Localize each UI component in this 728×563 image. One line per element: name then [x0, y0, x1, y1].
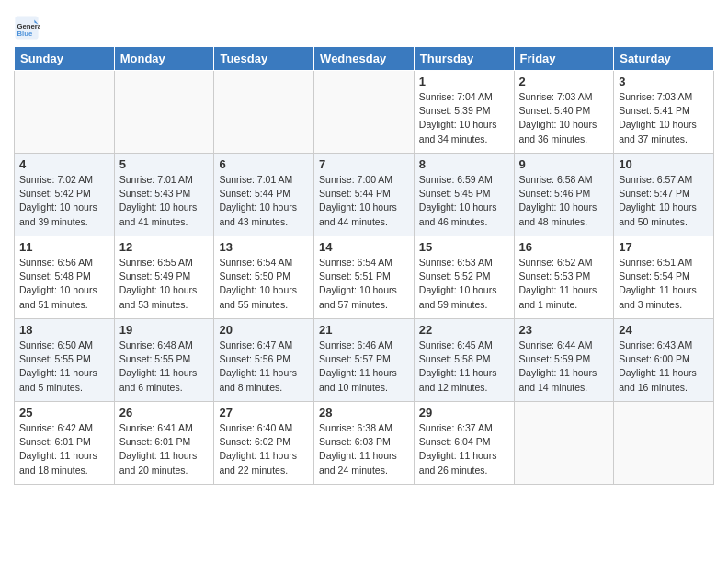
calendar-cell: 1Sunrise: 7:04 AM Sunset: 5:39 PM Daylig…: [414, 71, 514, 154]
calendar-cell: 19Sunrise: 6:48 AM Sunset: 5:55 PM Dayli…: [114, 319, 214, 402]
calendar-cell: 17Sunrise: 6:51 AM Sunset: 5:54 PM Dayli…: [614, 236, 714, 319]
day-info: Sunrise: 6:40 AM Sunset: 6:02 PM Dayligh…: [219, 421, 309, 477]
day-number: 22: [419, 323, 509, 337]
day-info: Sunrise: 6:54 AM Sunset: 5:50 PM Dayligh…: [219, 256, 309, 312]
calendar-cell: 27Sunrise: 6:40 AM Sunset: 6:02 PM Dayli…: [214, 402, 314, 485]
calendar-cell: 22Sunrise: 6:45 AM Sunset: 5:58 PM Dayli…: [414, 319, 514, 402]
calendar-cell: 16Sunrise: 6:52 AM Sunset: 5:53 PM Dayli…: [514, 236, 614, 319]
day-info: Sunrise: 7:03 AM Sunset: 5:40 PM Dayligh…: [519, 90, 609, 146]
calendar-week-row: 1Sunrise: 7:04 AM Sunset: 5:39 PM Daylig…: [15, 71, 714, 154]
calendar-cell: 20Sunrise: 6:47 AM Sunset: 5:56 PM Dayli…: [214, 319, 314, 402]
calendar-cell: [15, 71, 115, 154]
calendar-cell: 23Sunrise: 6:44 AM Sunset: 5:59 PM Dayli…: [514, 319, 614, 402]
day-number: 4: [19, 157, 109, 171]
day-info: Sunrise: 7:04 AM Sunset: 5:39 PM Dayligh…: [419, 90, 509, 146]
calendar-cell: 26Sunrise: 6:41 AM Sunset: 6:01 PM Dayli…: [114, 402, 214, 485]
calendar-cell: 24Sunrise: 6:43 AM Sunset: 6:00 PM Dayli…: [614, 319, 714, 402]
day-info: Sunrise: 6:44 AM Sunset: 5:59 PM Dayligh…: [519, 339, 609, 395]
calendar-table: SundayMondayTuesdayWednesdayThursdayFrid…: [14, 46, 714, 485]
day-number: 1: [419, 75, 509, 88]
day-info: Sunrise: 6:55 AM Sunset: 5:49 PM Dayligh…: [119, 256, 210, 312]
day-number: 23: [519, 323, 609, 337]
day-number: 15: [419, 240, 509, 254]
calendar-cell: [514, 402, 614, 485]
day-number: 28: [319, 406, 409, 419]
weekday-header-monday: Monday: [114, 47, 214, 71]
calendar-cell: 3Sunrise: 7:03 AM Sunset: 5:41 PM Daylig…: [614, 71, 714, 154]
calendar-cell: 2Sunrise: 7:03 AM Sunset: 5:40 PM Daylig…: [514, 71, 614, 154]
page-header: General Blue: [14, 9, 714, 40]
day-info: Sunrise: 6:59 AM Sunset: 5:45 PM Dayligh…: [419, 173, 509, 229]
day-info: Sunrise: 6:53 AM Sunset: 5:52 PM Dayligh…: [419, 256, 509, 312]
calendar-cell: 4Sunrise: 7:02 AM Sunset: 5:42 PM Daylig…: [15, 154, 115, 236]
day-info: Sunrise: 7:03 AM Sunset: 5:41 PM Dayligh…: [619, 90, 709, 146]
day-info: Sunrise: 7:00 AM Sunset: 5:44 PM Dayligh…: [319, 173, 409, 229]
logo-icon: General Blue: [14, 15, 40, 40]
day-info: Sunrise: 6:58 AM Sunset: 5:46 PM Dayligh…: [519, 173, 609, 229]
calendar-cell: 18Sunrise: 6:50 AM Sunset: 5:55 PM Dayli…: [15, 319, 115, 402]
calendar-cell: 5Sunrise: 7:01 AM Sunset: 5:43 PM Daylig…: [114, 154, 214, 236]
calendar-cell: 25Sunrise: 6:42 AM Sunset: 6:01 PM Dayli…: [15, 402, 115, 485]
calendar-cell: 6Sunrise: 7:01 AM Sunset: 5:44 PM Daylig…: [214, 154, 314, 236]
calendar-cell: [314, 71, 415, 154]
day-number: 13: [219, 240, 309, 254]
day-info: Sunrise: 6:56 AM Sunset: 5:48 PM Dayligh…: [19, 256, 109, 312]
day-number: 11: [19, 240, 109, 254]
day-number: 9: [519, 157, 609, 171]
day-number: 14: [319, 240, 409, 254]
day-info: Sunrise: 6:43 AM Sunset: 6:00 PM Dayligh…: [619, 339, 709, 395]
day-info: Sunrise: 6:46 AM Sunset: 5:57 PM Dayligh…: [319, 339, 409, 395]
calendar-cell: 12Sunrise: 6:55 AM Sunset: 5:49 PM Dayli…: [114, 236, 214, 319]
day-info: Sunrise: 6:51 AM Sunset: 5:54 PM Dayligh…: [619, 256, 709, 312]
day-number: 5: [119, 157, 210, 171]
calendar-cell: [614, 402, 714, 485]
day-info: Sunrise: 6:42 AM Sunset: 6:01 PM Dayligh…: [19, 421, 109, 477]
calendar-cell: 21Sunrise: 6:46 AM Sunset: 5:57 PM Dayli…: [314, 319, 415, 402]
weekday-header-thursday: Thursday: [414, 47, 514, 71]
day-number: 16: [519, 240, 609, 254]
calendar-cell: 7Sunrise: 7:00 AM Sunset: 5:44 PM Daylig…: [314, 154, 415, 236]
calendar-cell: 10Sunrise: 6:57 AM Sunset: 5:47 PM Dayli…: [614, 154, 714, 236]
day-info: Sunrise: 6:38 AM Sunset: 6:03 PM Dayligh…: [319, 421, 409, 477]
day-number: 7: [319, 157, 409, 171]
calendar-cell: [114, 71, 214, 154]
calendar-cell: 8Sunrise: 6:59 AM Sunset: 5:45 PM Daylig…: [414, 154, 514, 236]
day-info: Sunrise: 7:01 AM Sunset: 5:43 PM Dayligh…: [119, 173, 210, 229]
weekday-header-wednesday: Wednesday: [314, 47, 415, 71]
day-number: 2: [519, 75, 609, 88]
weekday-header-friday: Friday: [514, 47, 614, 71]
calendar-cell: 9Sunrise: 6:58 AM Sunset: 5:46 PM Daylig…: [514, 154, 614, 236]
day-info: Sunrise: 6:54 AM Sunset: 5:51 PM Dayligh…: [319, 256, 409, 312]
day-info: Sunrise: 6:57 AM Sunset: 5:47 PM Dayligh…: [619, 173, 709, 229]
day-info: Sunrise: 7:01 AM Sunset: 5:44 PM Dayligh…: [219, 173, 309, 229]
day-info: Sunrise: 6:50 AM Sunset: 5:55 PM Dayligh…: [19, 339, 109, 395]
weekday-header-sunday: Sunday: [15, 47, 115, 71]
weekday-header-tuesday: Tuesday: [214, 47, 314, 71]
day-number: 20: [219, 323, 309, 337]
calendar-week-row: 4Sunrise: 7:02 AM Sunset: 5:42 PM Daylig…: [15, 154, 714, 236]
calendar-week-row: 18Sunrise: 6:50 AM Sunset: 5:55 PM Dayli…: [15, 319, 714, 402]
day-number: 17: [619, 240, 709, 254]
day-number: 6: [219, 157, 309, 171]
svg-text:Blue: Blue: [17, 29, 33, 38]
day-number: 21: [319, 323, 409, 337]
day-info: Sunrise: 6:48 AM Sunset: 5:55 PM Dayligh…: [119, 339, 210, 395]
day-number: 26: [119, 406, 210, 419]
day-number: 3: [619, 75, 709, 88]
calendar-cell: 15Sunrise: 6:53 AM Sunset: 5:52 PM Dayli…: [414, 236, 514, 319]
calendar-cell: 14Sunrise: 6:54 AM Sunset: 5:51 PM Dayli…: [314, 236, 415, 319]
day-info: Sunrise: 6:45 AM Sunset: 5:58 PM Dayligh…: [419, 339, 509, 395]
day-number: 27: [219, 406, 309, 419]
calendar-cell: [214, 71, 314, 154]
calendar-cell: 11Sunrise: 6:56 AM Sunset: 5:48 PM Dayli…: [15, 236, 115, 319]
day-number: 10: [619, 157, 709, 171]
calendar-week-row: 25Sunrise: 6:42 AM Sunset: 6:01 PM Dayli…: [15, 402, 714, 485]
calendar-cell: 29Sunrise: 6:37 AM Sunset: 6:04 PM Dayli…: [414, 402, 514, 485]
day-number: 24: [619, 323, 709, 337]
day-number: 29: [419, 406, 509, 419]
day-number: 12: [119, 240, 210, 254]
day-info: Sunrise: 6:41 AM Sunset: 6:01 PM Dayligh…: [119, 421, 210, 477]
weekday-header-saturday: Saturday: [614, 47, 714, 71]
logo: General Blue: [14, 15, 43, 40]
day-number: 18: [19, 323, 109, 337]
